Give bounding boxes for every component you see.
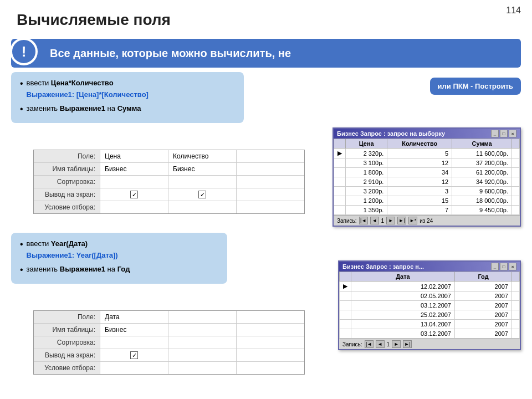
minimize-button-top[interactable]: _ [491,130,499,137]
qbe-bot-cell-empty2[interactable] [237,311,304,323]
instr-top-b2-bold1: Выражение1 [60,104,105,112]
checkbox-data[interactable]: ✓ [130,351,138,359]
cell-scroll [512,149,520,158]
maximize-button-top[interactable]: □ [500,130,508,137]
qbe-bot-cell-empty1[interactable] [168,311,237,323]
qbe-bot-cell-cb1[interactable]: ✓ [100,349,168,361]
instruction-bubble-bottom: • ввести Year(Дата) Выражение1: Year([Да… [11,233,227,284]
qbe-bot-cell-data[interactable]: Дата [100,311,168,323]
table-row[interactable]: ▶ 12.02.2007 2007 [340,282,520,291]
access-title-bottom-text: Бизнес Запрос : запрос н... [342,263,424,270]
qbe-cell-uslovie3[interactable] [237,201,304,213]
qbe-cell-kolichestvo[interactable]: Количество [168,150,237,162]
qbe-bot-cell-empty5[interactable] [168,349,237,361]
th-summa: Сумма [452,139,512,149]
qbe-cell-uslovie1[interactable] [100,201,168,213]
th-arrow [334,139,346,149]
table-row[interactable]: 03.12.2007 2007 [340,329,520,339]
qbe-bot-cell-empty3[interactable] [168,324,237,336]
nav-last-bottom[interactable]: ►| [403,340,412,348]
access-statusbar-bottom: Запись: |◄ ◄ 1 ► ►| [339,339,520,349]
close-button-bottom[interactable]: × [509,263,516,270]
cell-tsena: 2 320р. [346,149,387,158]
qbe-cell-cb1[interactable]: ✓ [100,188,168,201]
qbe-cell-biznes2[interactable]: Бизнес [168,163,237,175]
instr-top-b1-bold: Цена*Количество [51,79,114,87]
access-titlebar-bottom: Бизнес Запрос : запрос н... _ □ × [339,262,520,272]
nav-new-top[interactable]: ►* [408,217,417,224]
access-window-bottom: Бизнес Запрос : запрос н... _ □ × Дата Г… [338,260,521,350]
qbe-cell-sort2[interactable] [168,176,237,188]
qbe-cell-tsena[interactable]: Цена [100,150,168,162]
nav-prev-bottom[interactable]: ◄ [376,340,385,348]
qbe-cell-sort1[interactable] [100,176,168,188]
qbe-bot-cell-uslovie2[interactable] [168,362,237,374]
instr-top-b2-middle: на [105,104,117,112]
qbe-bot-cell-uslovie3[interactable] [237,362,304,374]
qbe-cell-sort3[interactable] [237,176,304,188]
qbe-bot-row-uslovie: Условие отбора: [34,362,304,374]
nav-total-top: из 24 [420,218,433,224]
qbe-cell-empty2[interactable] [237,163,304,175]
qbe-cell-cb2[interactable]: ✓ [168,188,237,201]
table-row[interactable]: ▶ 2 320р. 5 11 600,00р. [334,149,520,158]
nav-first-bottom[interactable]: |◄ [365,340,374,348]
table-row[interactable]: 1 800р. 34 61 200,00р. [334,168,520,177]
table-row[interactable]: 3 200р. 3 9 600,00р. [334,187,520,196]
nav-next-bottom[interactable]: ► [392,340,401,348]
instr-bot-b1-sub-prefix: Выражение1: [27,251,76,259]
qbe-label-pole: Поле: [34,150,100,162]
th-kolichestvo: Количество [387,139,452,149]
checkbox-kolichestvo[interactable]: ✓ [198,191,206,198]
qbe-cell-uslovie2[interactable] [168,201,237,213]
row-arrow-bot: ▶ [340,282,351,291]
nav-prev-top[interactable]: ◄ [370,217,379,224]
qbe-bot-cell-biznes[interactable]: Бизнес [100,324,168,336]
th-tsena: Цена [346,139,387,149]
nav-number-top: 1 [381,218,385,224]
instruction-bubble-top: • ввести Цена*Количество Выражение1: [Це… [11,72,244,123]
qbe-grid-bottom: Поле: Дата Имя таблицы: Бизнес Сортировк… [33,310,305,375]
table-row[interactable]: 1 200р. 15 18 000,00р. [334,196,520,206]
window-controls-top[interactable]: _ □ × [491,130,516,137]
qbe-row-imya: Имя таблицы: Бизнес Бизнес [34,163,304,176]
table-row[interactable]: 03.12.2007 2007 [340,301,520,310]
qbe-row-vyvod: Вывод на экран: ✓ ✓ [34,188,304,201]
qbe-bot-label-vyvod: Вывод на экран: [34,349,100,361]
nav-first-top[interactable]: |◄ [359,217,368,224]
qbe-cell-empty3[interactable] [237,188,304,201]
qbe-bot-cell-sort2[interactable] [168,336,237,349]
table-row[interactable]: 25.02.2007 2007 [340,310,520,320]
qbe-grid-top: Поле: Цена Количество Имя таблицы: Бизне… [33,150,305,214]
qbe-bot-cell-sort1[interactable] [100,336,168,349]
cell-summa: 11 600,00р. [452,149,512,158]
qbe-bot-cell-uslovie1[interactable] [100,362,168,374]
nav-last-top[interactable]: ►| [397,217,406,224]
instr-bot-b2-bold1: Выражение1 [60,265,105,273]
table-row[interactable]: 2 910р. 12 34 920,00р. [334,177,520,187]
qbe-bot-cell-empty4[interactable] [237,324,304,336]
access-statusbar-top: Запись: |◄ ◄ 1 ► ►| ►* из 24 [334,215,520,226]
qbe-cell-biznes1[interactable]: Бизнес [100,163,168,175]
instr-top-b2-prefix: заменить [27,104,60,112]
table-row[interactable]: 02.05.2007 2007 [340,291,520,301]
table-row[interactable]: 1 350р. 7 9 450,00р. [334,206,520,215]
instr-bot-b1-prefix: ввести [27,239,51,248]
window-controls-bottom[interactable]: _ □ × [491,263,516,270]
nav-next-top[interactable]: ► [386,217,395,224]
checkbox-tsena[interactable]: ✓ [130,191,138,198]
exclamation-icon: ! [10,38,38,65]
qbe-bot-cell-empty6[interactable] [237,349,304,361]
qbe-bot-cell-sort3[interactable] [237,336,304,349]
page-number: 114 [506,6,521,16]
table-row[interactable]: 13.04.2007 2007 [340,320,520,329]
minimize-button-bottom[interactable]: _ [491,263,499,270]
qbe-cell-empty1[interactable] [237,150,304,162]
instr-top-b1-prefix: ввести [27,79,51,87]
table-row[interactable]: 3 100р. 12 37 200,00р. [334,158,520,168]
nav-number-bottom: 1 [387,341,390,347]
maximize-button-bottom[interactable]: □ [500,263,508,270]
close-button-top[interactable]: × [509,130,516,137]
th-scroll [512,139,520,149]
cell-kolichestvo: 5 [387,149,452,158]
